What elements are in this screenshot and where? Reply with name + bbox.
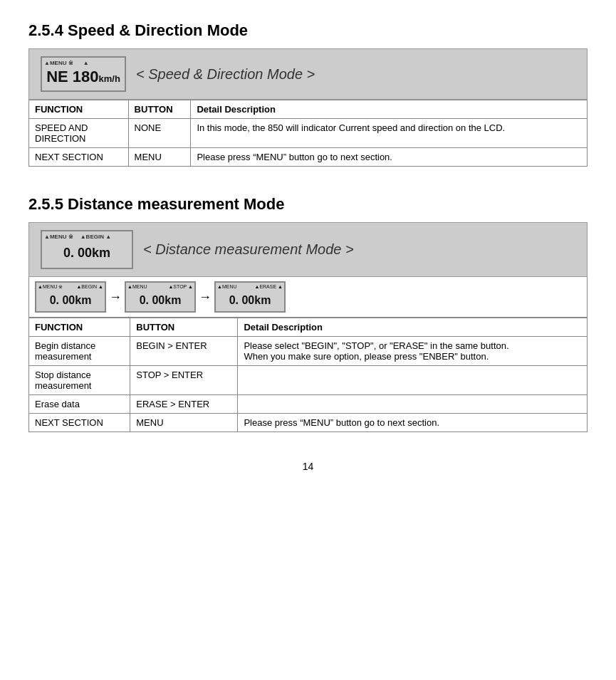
cell-button-2: MENU [128, 148, 191, 167]
cell-desc-stop [238, 366, 588, 395]
page-number: 14 [28, 461, 588, 472]
lcd-top-icons: ▲MENU ※ ▲ [44, 60, 89, 66]
begin-icon: ▲BEGIN ▲ [80, 234, 111, 240]
cell-desc-begin: Please select "BEGIN", "STOP", or "ERASE… [238, 337, 588, 366]
diag3-top-left: ▲MENU [217, 284, 237, 289]
cell-desc-erase [238, 395, 588, 414]
cell-btn-next: MENU [130, 414, 238, 432]
diag2-top-right: ▲STOP ▲ [168, 284, 193, 289]
table-row: NEXT SECTION MENU Please press “MENU” bu… [29, 148, 588, 167]
section-254-title: 2.5.4 Speed & Direction Mode [28, 21, 588, 40]
diag3-top-right: ▲ERASE ▲ [254, 284, 283, 289]
section-255-table: FUNCTION BUTTON Detail Description Begin… [28, 318, 588, 432]
diag2-top-left: ▲MENU [127, 284, 147, 289]
lcd-diag-1-top: ▲MENU ※ ▲BEGIN ▲ [38, 284, 103, 290]
section-255-display: ▲MENU ※ ▲BEGIN ▲ 0. 00km < Distance meas… [28, 222, 588, 277]
diag3-val: 0. 00km [229, 294, 271, 307]
diag1-val: 0. 00km [50, 294, 92, 307]
lcd-diag-3-top: ▲MENU ▲ERASE ▲ [217, 284, 283, 289]
col-detail-2: Detail Description [238, 318, 588, 337]
table-row: Stop distancemeasurement STOP > ENTER [29, 366, 588, 395]
lcd-diag-1: ▲MENU ※ ▲BEGIN ▲ 0. 00km [35, 281, 106, 313]
col-button-2: BUTTON [130, 318, 238, 337]
cell-fn-begin: Begin distancemeasurement [29, 337, 130, 366]
arrow-2: → [199, 290, 212, 305]
arrow-1: → [109, 290, 122, 305]
lcd-diag-2: ▲MENU ▲STOP ▲ 0. 00km [125, 281, 196, 313]
cell-desc-2: Please press “MENU” button go to next se… [191, 148, 588, 167]
lcd-top-icons-2: ▲MENU ※ ▲BEGIN ▲ [44, 234, 111, 240]
cell-function-1: SPEED ANDDIRECTION [29, 119, 129, 148]
table-row: SPEED ANDDIRECTION NONE In this mode, th… [29, 119, 588, 148]
km-icon: ▲ [83, 60, 89, 66]
cell-btn-begin: BEGIN > ENTER [130, 337, 238, 366]
lcd-main-display-2: 0. 00km [63, 246, 110, 261]
lcd-speed-direction: ▲MENU ※ ▲ NE 180km/h [41, 56, 126, 92]
section-254-table: FUNCTION BUTTON Detail Description SPEED… [28, 100, 588, 167]
cell-desc-1: In this mode, the 850 will indicator Cur… [191, 119, 588, 148]
cell-btn-erase: ERASE > ENTER [130, 395, 238, 414]
section-255: 2.5.5 Distance measurement Mode ▲MENU ※ … [28, 195, 588, 432]
cell-fn-erase: Erase data [29, 395, 130, 414]
cell-desc-next: Please press “MENU” button go to next se… [238, 414, 588, 432]
display-label-254: < Speed & Direction Mode > [136, 66, 315, 83]
display-label-255: < Distance measurement Mode > [143, 241, 354, 258]
col-function-2: FUNCTION [29, 318, 130, 337]
section-255-title: 2.5.5 Distance measurement Mode [28, 195, 588, 214]
cell-fn-stop: Stop distancemeasurement [29, 366, 130, 395]
table-row: NEXT SECTION MENU Please press “MENU” bu… [29, 414, 588, 432]
lcd-diag-2-top: ▲MENU ▲STOP ▲ [127, 284, 193, 289]
cell-button-1: NONE [128, 119, 191, 148]
col-detail: Detail Description [191, 100, 588, 119]
diag1-top-left: ▲MENU ※ [38, 284, 63, 290]
section-254-display: ▲MENU ※ ▲ NE 180km/h < Speed & Direction… [28, 48, 588, 100]
table-row: Begin distancemeasurement BEGIN > ENTER … [29, 337, 588, 366]
lcd-main-display: NE 180km/h [46, 68, 120, 86]
section-254: 2.5.4 Speed & Direction Mode ▲MENU ※ ▲ N… [28, 21, 588, 167]
table-header-row-2: FUNCTION BUTTON Detail Description [29, 318, 588, 337]
lcd-diag-3: ▲MENU ▲ERASE ▲ 0. 00km [214, 281, 286, 313]
cell-fn-next: NEXT SECTION [29, 414, 130, 432]
cell-function-2: NEXT SECTION [29, 148, 129, 167]
col-button: BUTTON [128, 100, 191, 119]
menu-icon: ▲MENU ※ [44, 60, 73, 66]
diag2-val: 0. 00km [140, 294, 182, 307]
diagram-row: ▲MENU ※ ▲BEGIN ▲ 0. 00km → ▲MENU ▲STOP ▲… [28, 277, 588, 318]
table-header-row: FUNCTION BUTTON Detail Description [29, 100, 588, 119]
menu-icon-2: ▲MENU ※ [44, 234, 73, 240]
lcd-distance-main: ▲MENU ※ ▲BEGIN ▲ 0. 00km [41, 230, 133, 269]
table-row: Erase data ERASE > ENTER [29, 395, 588, 414]
diag1-top-right: ▲BEGIN ▲ [76, 284, 103, 290]
cell-btn-stop: STOP > ENTER [130, 366, 238, 395]
col-function: FUNCTION [29, 100, 129, 119]
